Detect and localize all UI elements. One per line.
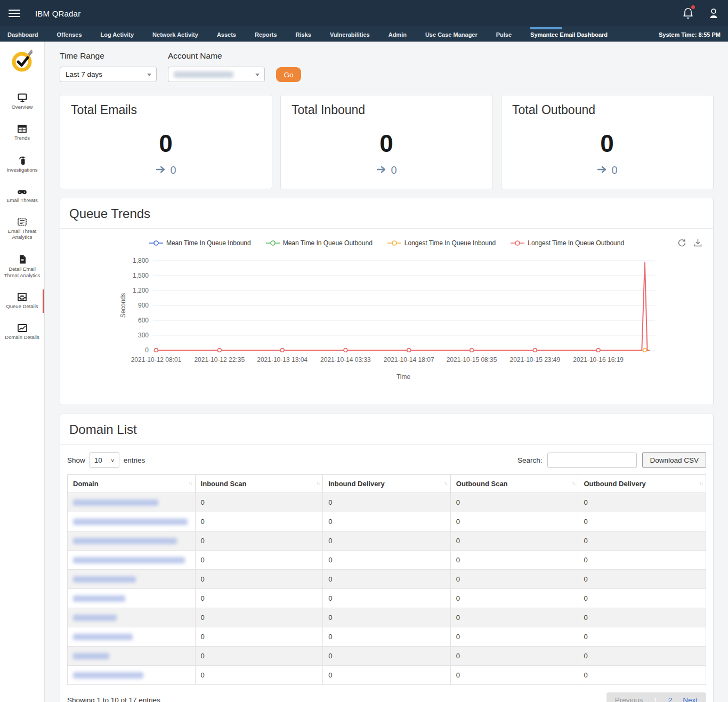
value-cell: 0 bbox=[578, 589, 706, 608]
card-sub-value: 0 bbox=[391, 164, 397, 176]
svg-text:2021-10-15 08:35: 2021-10-15 08:35 bbox=[447, 356, 497, 364]
tab-reports[interactable]: Reports bbox=[255, 27, 288, 42]
redacted-domain-link[interactable] bbox=[73, 672, 143, 679]
card-value: 0 bbox=[71, 129, 261, 158]
hamburger-menu-icon[interactable] bbox=[9, 10, 20, 17]
chart-legend: Mean Time In Queue InboundMean Time In Q… bbox=[149, 239, 624, 247]
legend-marker-icon bbox=[387, 240, 401, 246]
pagination-page-2[interactable]: 2 bbox=[668, 696, 673, 702]
pagination-next[interactable]: Next bbox=[683, 696, 698, 702]
sort-icon: ↑↓ bbox=[189, 480, 192, 486]
tab-network-activity[interactable]: Network Activity bbox=[152, 27, 209, 42]
redacted-domain-link[interactable] bbox=[73, 499, 158, 506]
value-cell: 0 bbox=[450, 512, 578, 531]
domain-list-panel: Domain List Show 10 ∨ entries Search: Do… bbox=[60, 414, 714, 702]
tab-risks[interactable]: Risks bbox=[296, 27, 322, 42]
tab-dashboard[interactable]: Dashboard bbox=[7, 27, 49, 42]
sidebar-item-email-threat-analytics[interactable]: Email Threat Analytics bbox=[0, 213, 44, 245]
notifications-bell-icon[interactable] bbox=[682, 7, 694, 20]
domain-cell[interactable] bbox=[68, 666, 196, 685]
sidebar-item-label: Email Threat Analytics bbox=[2, 228, 43, 241]
search-input[interactable] bbox=[547, 453, 637, 468]
symantec-logo[interactable] bbox=[11, 49, 34, 75]
queue-trends-panel: Queue Trends Mean Time In Queue InboundM… bbox=[60, 198, 714, 405]
redacted-domain-link[interactable] bbox=[73, 615, 117, 621]
legend-item-longest-time-in-queue-outbound[interactable]: Longest Time In Queue Outbound bbox=[511, 239, 624, 247]
column-header-domain[interactable]: Domain↑↓ bbox=[68, 475, 196, 493]
redacted-domain-link[interactable] bbox=[73, 653, 109, 659]
tab-symantec-email-dashboard[interactable]: Symantec Email Dashboard bbox=[530, 27, 619, 42]
svg-text:1,500: 1,500 bbox=[133, 272, 149, 279]
redacted-domain-link[interactable] bbox=[73, 634, 133, 640]
table-row: 0000 bbox=[68, 512, 706, 531]
column-header-outbound-delivery[interactable]: Outbound Delivery↑↓ bbox=[578, 475, 706, 493]
refresh-icon[interactable] bbox=[677, 238, 686, 247]
account-name-label: Account Name bbox=[168, 51, 265, 61]
domain-cell[interactable] bbox=[68, 531, 196, 551]
download-icon[interactable] bbox=[693, 238, 702, 247]
domain-table: Domain↑↓Inbound Scan↑↓Inbound Delivery↑↓… bbox=[67, 474, 706, 685]
tab-admin[interactable]: Admin bbox=[389, 27, 418, 42]
notification-dot bbox=[691, 5, 695, 9]
account-name-select[interactable] bbox=[168, 67, 265, 82]
time-range-label: Time Range bbox=[60, 51, 157, 61]
sidebar-item-trends[interactable]: Trends bbox=[0, 120, 44, 146]
svg-text:2021-10-14 03:33: 2021-10-14 03:33 bbox=[320, 356, 371, 364]
column-header-inbound-scan[interactable]: Inbound Scan↑↓ bbox=[195, 475, 323, 493]
table-row: 0000 bbox=[68, 647, 706, 666]
table-row: 0000 bbox=[68, 551, 706, 570]
arrow-right-icon bbox=[597, 164, 608, 176]
tab-pulse[interactable]: Pulse bbox=[496, 27, 523, 42]
sidebar-item-domain-details[interactable]: Domain Details bbox=[0, 319, 44, 345]
tab-use-case-manager[interactable]: Use Case Manager bbox=[425, 27, 489, 42]
user-profile-icon[interactable] bbox=[708, 7, 719, 20]
pagination-previous[interactable]: Previous bbox=[615, 696, 643, 702]
domain-cell[interactable] bbox=[68, 589, 196, 608]
svg-text:2021-10-12 22:35: 2021-10-12 22:35 bbox=[194, 356, 245, 364]
legend-marker-icon bbox=[511, 240, 524, 246]
tab-vulnerabilities[interactable]: Vulnerabilities bbox=[330, 27, 381, 42]
domain-cell[interactable] bbox=[68, 647, 196, 666]
domain-cell[interactable] bbox=[68, 512, 196, 531]
domain-cell[interactable] bbox=[68, 608, 196, 627]
pagination-page-1[interactable]: 1 bbox=[653, 696, 658, 702]
redacted-domain-link[interactable] bbox=[73, 595, 125, 602]
legend-marker-icon bbox=[149, 240, 163, 246]
value-cell: 0 bbox=[450, 531, 578, 551]
time-range-select[interactable]: Last 7 days bbox=[60, 67, 157, 82]
tab-offenses[interactable]: Offenses bbox=[56, 27, 93, 42]
svg-text:1,800: 1,800 bbox=[133, 257, 149, 264]
tab-assets[interactable]: Assets bbox=[217, 27, 247, 42]
domain-cell[interactable] bbox=[68, 493, 196, 512]
value-cell: 0 bbox=[195, 570, 323, 589]
sidebar-item-queue-details[interactable]: Queue Details bbox=[0, 288, 44, 314]
domain-cell[interactable] bbox=[68, 627, 196, 647]
table-row: 0000 bbox=[68, 531, 706, 551]
legend-item-longest-time-in-queue-inbound[interactable]: Longest Time In Queue Inbound bbox=[387, 239, 496, 247]
redacted-domain-link[interactable] bbox=[73, 519, 188, 525]
chevron-down-icon: ∨ bbox=[110, 457, 114, 463]
go-button[interactable]: Go bbox=[276, 67, 301, 82]
sidebar-item-email-threats[interactable]: Email Threats bbox=[0, 183, 44, 208]
value-cell: 0 bbox=[578, 493, 706, 512]
legend-item-mean-time-in-queue-inbound[interactable]: Mean Time In Queue Inbound bbox=[149, 239, 251, 247]
redacted-domain-link[interactable] bbox=[73, 576, 136, 583]
domain-cell[interactable] bbox=[68, 551, 196, 570]
download-csv-button[interactable]: Download CSV bbox=[642, 452, 706, 468]
sidebar-item-detail-email-threat-analytics[interactable]: Detail Email Threat Analytics bbox=[0, 250, 44, 283]
value-cell: 0 bbox=[578, 666, 706, 685]
sidebar-item-investigations[interactable]: Investigations bbox=[0, 151, 44, 177]
tab-log-activity[interactable]: Log Activity bbox=[101, 27, 145, 42]
sidebar-item-overview[interactable]: Overview bbox=[0, 88, 44, 115]
legend-item-mean-time-in-queue-outbound[interactable]: Mean Time In Queue Outbound bbox=[266, 239, 373, 247]
redacted-domain-link[interactable] bbox=[73, 538, 177, 544]
page-size-select[interactable]: 10 ∨ bbox=[90, 452, 119, 468]
value-cell: 0 bbox=[195, 551, 323, 570]
redacted-domain-link[interactable] bbox=[73, 557, 185, 563]
value-cell: 0 bbox=[578, 570, 706, 589]
column-header-outbound-scan[interactable]: Outbound Scan↑↓ bbox=[450, 475, 578, 493]
column-header-inbound-delivery[interactable]: Inbound Delivery↑↓ bbox=[323, 475, 451, 493]
domain-cell[interactable] bbox=[68, 570, 196, 589]
inbox-icon bbox=[2, 293, 43, 302]
table-footer-summary: Showing 1 to 10 of 17 entries bbox=[67, 696, 160, 702]
